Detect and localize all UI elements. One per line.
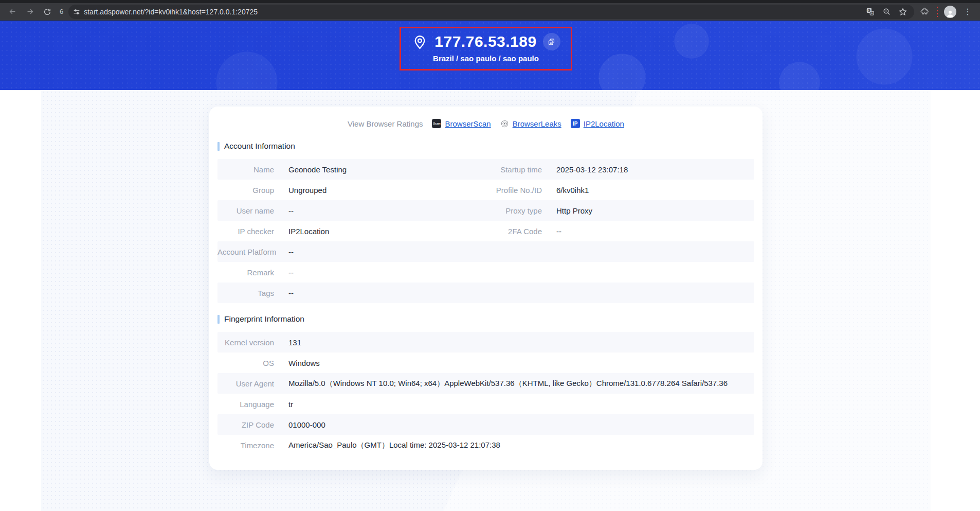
account-table: Name Geonode Testing Startup time 2025-0… — [217, 159, 754, 303]
section-title: Fingerprint Information — [224, 314, 304, 324]
row-label: Profile No./ID — [457, 186, 542, 195]
table-row: Timezone America/Sao_Paulo（GMT）Local tim… — [217, 435, 754, 455]
table-row: Account Platform -- — [217, 241, 754, 262]
zoom-minus-icon — [882, 7, 891, 16]
public-ip: 177.76.53.189 — [434, 34, 536, 49]
ip2location-link-text[interactable]: IP2Location — [584, 119, 624, 128]
row-value: -- — [288, 248, 443, 256]
row-value: tr — [288, 400, 754, 409]
table-row: OS Windows — [217, 353, 754, 373]
page-background: View Browser Ratings Scan BrowserScan Br… — [41, 90, 931, 511]
svg-text:A: A — [870, 12, 873, 15]
row-value: -- — [288, 206, 443, 215]
section-title: Account Information — [224, 142, 295, 151]
reload-button[interactable] — [40, 5, 55, 19]
row-label: Account Platform — [217, 248, 274, 256]
table-row: Name Geonode Testing Startup time 2025-0… — [217, 159, 754, 180]
avatar — [944, 6, 956, 18]
kebab-icon: ⋮ — [964, 7, 972, 16]
browserleaks-icon — [500, 119, 509, 128]
site-settings-icon[interactable] — [72, 8, 81, 16]
link-browserscan[interactable]: Scan BrowserScan — [432, 119, 491, 128]
link-browserleaks[interactable]: BrowserLeaks — [500, 119, 561, 128]
row-value: Mozilla/5.0（Windows NT 10.0; Win64; x64）… — [288, 379, 754, 389]
table-row: IP checker IP2Location 2FA Code -- — [217, 221, 754, 241]
browserscan-link-text[interactable]: BrowserScan — [445, 119, 491, 128]
address-bar[interactable]: start.adspower.net/?id=kv0ihk1&host=127.… — [68, 5, 914, 19]
row-label: Startup time — [457, 165, 542, 174]
omnibox-actions: G A — [863, 5, 910, 19]
recording-indicator — [937, 7, 938, 17]
row-value: Http Proxy — [556, 206, 754, 215]
bookmark-button[interactable] — [896, 5, 910, 19]
table-row: ZIP Code 01000-000 — [217, 414, 754, 435]
row-value: 2025-03-12 23:07:18 — [556, 165, 754, 174]
ratings-label: View Browser Ratings — [348, 119, 423, 128]
row-label: 2FA Code — [457, 227, 542, 236]
ip-highlight-box: 177.76.53.189 Brazil / sao paulo / sao p… — [400, 27, 572, 71]
toolbar-badge: 6 — [58, 8, 65, 15]
profile-card: View Browser Ratings Scan BrowserScan Br… — [209, 107, 763, 470]
row-value: 01000-000 — [288, 420, 754, 429]
account-section-header: Account Information — [217, 142, 754, 151]
ip-location: Brazil / sao paulo / sao paulo — [433, 54, 539, 63]
row-value: -- — [556, 227, 754, 236]
star-icon — [898, 7, 908, 16]
row-label: Group — [217, 186, 274, 195]
link-ip2location[interactable]: IP IP2Location — [571, 119, 624, 128]
row-value: -- — [288, 289, 443, 297]
table-row: User name -- Proxy type Http Proxy — [217, 200, 754, 221]
copy-icon — [547, 38, 556, 46]
row-value: 6/kv0ihk1 — [556, 186, 754, 195]
row-value: IP2Location — [288, 227, 443, 236]
browserleaks-link-text[interactable]: BrowserLeaks — [513, 119, 561, 128]
table-row: Kernel version 131 — [217, 332, 754, 353]
fingerprint-section-header: Fingerprint Information — [217, 314, 754, 324]
translate-button[interactable]: G A — [863, 5, 877, 19]
location-pin-icon — [411, 33, 428, 50]
row-value: America/Sao_Paulo（GMT）Local time: 2025-0… — [288, 440, 754, 450]
table-row: Remark -- — [217, 262, 754, 283]
zoom-button[interactable] — [879, 5, 894, 19]
ip-banner: 177.76.53.189 Brazil / sao paulo / sao p… — [0, 21, 980, 90]
profile-button[interactable] — [943, 5, 957, 19]
table-row: Group Ungrouped Profile No./ID 6/kv0ihk1 — [217, 180, 754, 200]
table-row: Tags -- — [217, 283, 754, 303]
row-label: Tags — [217, 289, 274, 297]
menu-button[interactable]: ⋮ — [960, 5, 975, 19]
row-value: Ungrouped — [288, 186, 443, 195]
back-icon — [8, 7, 17, 16]
row-label: Remark — [217, 268, 274, 277]
url-text[interactable]: start.adspower.net/?id=kv0ihk1&host=127.… — [84, 8, 860, 16]
table-row: Language tr — [217, 394, 754, 414]
table-row: User Agent Mozilla/5.0（Windows NT 10.0; … — [217, 373, 754, 394]
puzzle-icon — [920, 7, 929, 16]
row-label: ZIP Code — [217, 420, 274, 429]
extensions-button[interactable] — [917, 5, 932, 19]
row-value: 131 — [288, 338, 754, 347]
row-value: Windows — [288, 359, 754, 367]
row-label: Proxy type — [457, 206, 542, 215]
section-accent-bar — [217, 142, 220, 151]
copy-ip-button[interactable] — [543, 33, 560, 50]
row-label: User name — [217, 206, 274, 215]
section-accent-bar — [217, 315, 220, 324]
forward-icon — [26, 7, 34, 16]
row-label: Timezone — [217, 441, 274, 450]
row-label: Name — [217, 165, 274, 174]
translate-icon: G A — [866, 7, 875, 16]
row-label: User Agent — [217, 379, 274, 388]
back-button[interactable] — [5, 5, 20, 19]
fingerprint-table: Kernel version 131 OS Windows User Agent… — [217, 332, 754, 455]
person-icon — [946, 9, 955, 18]
reload-icon — [43, 8, 51, 16]
row-value: Geonode Testing — [288, 165, 443, 174]
row-value: -- — [288, 268, 443, 277]
browser-toolbar: 6 start.adspower.net/?id=kv0ihk1&host=12… — [0, 3, 980, 21]
row-label: Language — [217, 400, 274, 409]
browser-ratings-row: View Browser Ratings Scan BrowserScan Br… — [217, 119, 754, 128]
ip2location-icon: IP — [571, 119, 580, 128]
row-label: IP checker — [217, 227, 274, 236]
forward-button[interactable] — [23, 5, 37, 19]
browserscan-icon: Scan — [432, 119, 441, 128]
